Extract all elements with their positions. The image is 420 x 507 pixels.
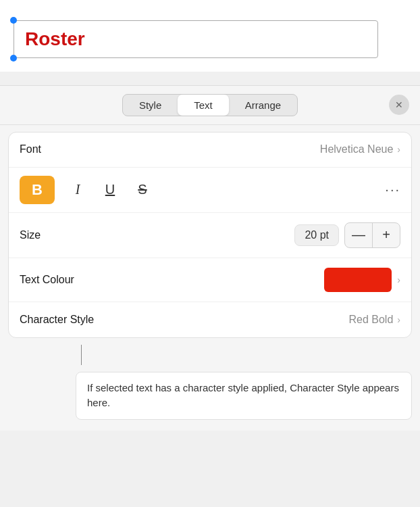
size-label: Size — [20, 229, 294, 241]
handle-top-left[interactable] — [10, 17, 17, 24]
font-label: Font — [20, 143, 320, 155]
text-input[interactable] — [14, 20, 378, 58]
more-options-button[interactable]: ··· — [385, 182, 400, 197]
size-value: 20 pt — [294, 224, 339, 246]
tab-style[interactable]: Style — [123, 95, 178, 116]
format-buttons-row: B I U S ··· — [9, 168, 411, 213]
bold-button[interactable]: B — [20, 176, 55, 204]
character-style-chevron-icon: › — [397, 314, 400, 325]
font-row[interactable]: Font Helvetica Neue › — [9, 132, 411, 168]
character-style-value: Red Bold — [349, 314, 394, 326]
callout-line — [81, 345, 82, 365]
close-icon: ✕ — [395, 99, 403, 110]
colour-chevron-icon: › — [397, 274, 400, 285]
size-stepper: — + — [344, 222, 400, 248]
close-button[interactable]: ✕ — [389, 95, 409, 115]
canvas-area — [0, 0, 420, 72]
strikethrough-button[interactable]: S — [133, 179, 152, 200]
callout-area: If selected text has a character style a… — [0, 345, 420, 431]
text-box-container — [14, 20, 378, 58]
tab-bar: Style Text Arrange ✕ — [0, 86, 420, 125]
underline-button[interactable]: U — [101, 179, 120, 200]
italic-button[interactable]: I — [68, 179, 87, 200]
size-controls: 20 pt — + — [294, 222, 400, 248]
tab-group: Style Text Arrange — [122, 94, 298, 116]
text-colour-row[interactable]: Text Colour › — [9, 258, 411, 302]
handle-bottom-left[interactable] — [10, 55, 17, 62]
text-colour-swatch[interactable] — [324, 268, 392, 292]
text-colour-label: Text Colour — [20, 274, 324, 286]
character-style-label: Character Style — [20, 314, 349, 326]
character-style-row[interactable]: Character Style Red Bold › — [9, 302, 411, 337]
font-value: Helvetica Neue — [320, 143, 394, 155]
size-row: Size 20 pt — + — [9, 213, 411, 258]
size-increment-button[interactable]: + — [373, 223, 400, 247]
font-chevron-icon: › — [397, 144, 400, 155]
format-panel: Style Text Arrange ✕ Font Helvetica Neue… — [0, 85, 420, 431]
callout-text: If selected text has a character style a… — [76, 372, 412, 420]
tab-arrange[interactable]: Arrange — [229, 95, 297, 116]
panel-content: Font Helvetica Neue › B I U S ··· Size 2… — [8, 132, 412, 338]
size-decrement-button[interactable]: — — [345, 223, 372, 247]
tab-text[interactable]: Text — [178, 95, 229, 116]
